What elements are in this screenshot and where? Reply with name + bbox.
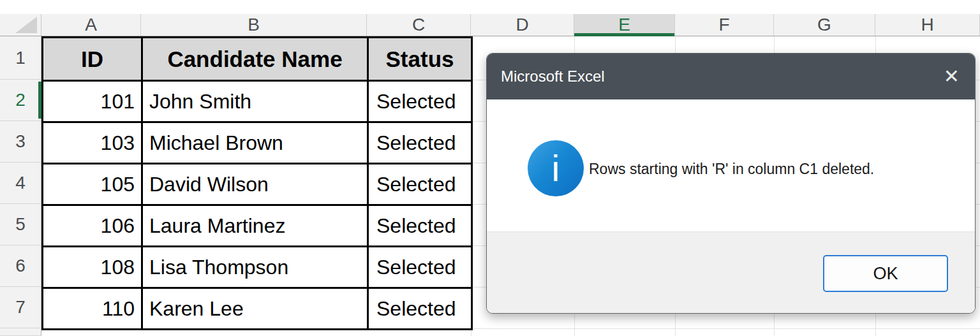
table-header-row: ID Candidate Name Status — [43, 38, 472, 81]
row-header-5[interactable]: 5 — [0, 204, 41, 245]
row-header-1[interactable]: 1 — [0, 36, 41, 80]
table-row: 105 David Wilson Selected — [43, 164, 472, 205]
row-header-6[interactable]: 6 — [0, 245, 41, 287]
header-cell-status[interactable]: Status — [368, 38, 472, 81]
cell-c3-status[interactable]: Selected — [368, 122, 472, 164]
column-header-g[interactable]: G — [774, 14, 875, 36]
column-header-d[interactable]: D — [471, 14, 574, 36]
info-icon-glyph: i — [552, 140, 560, 196]
row-header-rail: 1 2 3 4 5 6 7 — [0, 36, 41, 336]
gridline — [471, 328, 980, 329]
cell-a5-id[interactable]: 106 — [43, 205, 142, 247]
column-header-e-selected[interactable]: E — [574, 14, 675, 36]
table-row: 101 John Smith Selected — [43, 81, 472, 122]
row-header-2-selected[interactable]: 2 — [0, 80, 41, 121]
cell-b7-name[interactable]: Karen Lee — [142, 288, 368, 330]
table-row: 110 Karen Lee Selected — [43, 288, 472, 330]
dialog-body: i Rows starting with 'R' in column C1 de… — [487, 99, 975, 233]
column-header-h[interactable]: H — [875, 14, 980, 36]
row-header-3[interactable]: 3 — [0, 121, 41, 163]
cell-b4-name[interactable]: David Wilson — [142, 164, 368, 205]
cell-a7-id[interactable]: 110 — [43, 288, 142, 330]
column-header-b[interactable]: B — [141, 14, 367, 36]
cell-c2-status[interactable]: Selected — [368, 81, 472, 122]
header-cell-id[interactable]: ID — [43, 38, 142, 81]
select-all-triangle-icon — [15, 17, 37, 33]
excel-message-dialog: Microsoft Excel ✕ i Rows starting with '… — [486, 53, 976, 314]
column-header-c[interactable]: C — [367, 14, 471, 36]
cell-a4-id[interactable]: 105 — [43, 164, 142, 205]
excel-sheet-canvas: A B C D E F G H 1 2 3 4 5 6 7 ID Candida… — [0, 0, 980, 336]
close-icon[interactable]: ✕ — [944, 54, 960, 99]
cell-b5-name[interactable]: Laura Martinez — [142, 205, 368, 247]
dialog-footer: OK — [487, 231, 975, 313]
cell-c7-status[interactable]: Selected — [368, 288, 472, 330]
dialog-titlebar: Microsoft Excel ✕ — [487, 54, 975, 99]
cell-c6-status[interactable]: Selected — [368, 247, 472, 288]
header-cell-name[interactable]: Candidate Name — [142, 38, 368, 81]
info-icon: i — [528, 140, 584, 196]
cell-a3-id[interactable]: 103 — [43, 122, 142, 164]
cell-b2-name[interactable]: John Smith — [142, 81, 368, 122]
cell-a2-id[interactable]: 101 — [43, 81, 142, 122]
cell-b6-name[interactable]: Lisa Thompson — [142, 247, 368, 288]
candidate-table: ID Candidate Name Status 101 John Smith … — [41, 36, 473, 330]
ok-button[interactable]: OK — [823, 255, 948, 292]
table-row: 106 Laura Martinez Selected — [43, 205, 472, 247]
cell-c5-status[interactable]: Selected — [368, 205, 472, 247]
cell-b3-name[interactable]: Michael Brown — [142, 122, 368, 164]
table-row: 103 Michael Brown Selected — [43, 122, 472, 164]
dialog-title: Microsoft Excel — [487, 68, 605, 85]
cell-c4-status[interactable]: Selected — [368, 164, 472, 205]
column-header-f[interactable]: F — [675, 14, 774, 36]
row-header-7[interactable]: 7 — [0, 287, 41, 328]
table-row: 108 Lisa Thompson Selected — [43, 247, 472, 288]
row-header-8-partial[interactable] — [0, 328, 41, 336]
column-header-band: A B C D E F G H — [0, 14, 980, 36]
dialog-message: Rows starting with 'R' in column C1 dele… — [589, 161, 874, 178]
column-header-a[interactable]: A — [41, 14, 141, 36]
cell-a6-id[interactable]: 108 — [43, 247, 142, 288]
row-header-4[interactable]: 4 — [0, 163, 41, 204]
select-all-corner[interactable] — [0, 14, 41, 36]
